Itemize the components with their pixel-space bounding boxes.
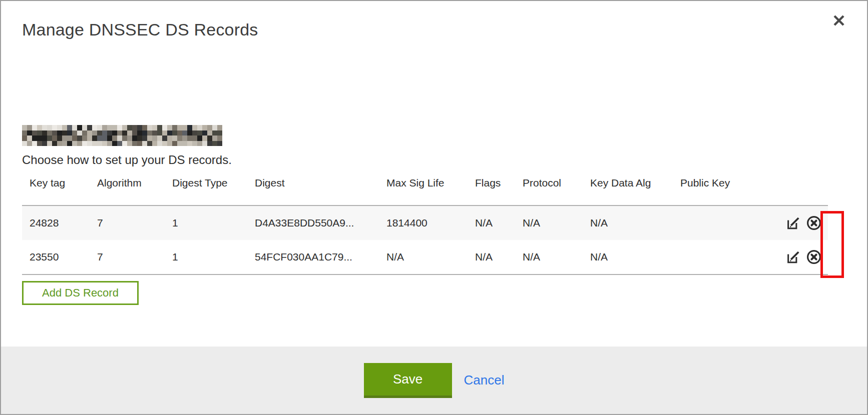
cell-digest-type: 1 xyxy=(165,206,247,240)
redacted-domain-name xyxy=(22,125,222,146)
manage-dnssec-dialog: Manage DNSSEC DS Records Choose how to s… xyxy=(1,1,867,414)
ds-records-table: Key tag Algorithm Digest Type Digest Max… xyxy=(22,170,828,275)
edit-record-button[interactable] xyxy=(785,250,800,264)
cell-max-sig-life: N/A xyxy=(379,240,468,274)
col-header-key-data-alg: Key Data Alg xyxy=(583,170,673,206)
table-row: 23550 7 1 54FCF030AA1C79... N/A N/A N/A … xyxy=(22,240,828,274)
table-row: 24828 7 1 D4A33E8DD550A9... 1814400 N/A … xyxy=(22,206,828,240)
cell-public-key xyxy=(673,206,780,240)
delete-x-circle-icon xyxy=(806,215,822,231)
cell-algorithm: 7 xyxy=(90,206,165,240)
cell-key-data-alg: N/A xyxy=(583,240,673,274)
cell-actions xyxy=(780,206,828,240)
cell-flags: N/A xyxy=(468,206,515,240)
table-header-row: Key tag Algorithm Digest Type Digest Max… xyxy=(22,170,828,206)
col-header-max-sig-life: Max Sig Life xyxy=(379,170,468,206)
col-header-digest: Digest xyxy=(247,170,379,206)
col-header-public-key: Public Key xyxy=(673,170,780,206)
save-button[interactable]: Save xyxy=(364,363,452,398)
instruction-text: Choose how to set up your DS records. xyxy=(22,153,846,167)
cell-protocol: N/A xyxy=(515,240,583,274)
col-header-flags: Flags xyxy=(468,170,515,206)
col-header-algorithm: Algorithm xyxy=(90,170,165,206)
edit-pencil-icon xyxy=(785,250,800,264)
cell-digest: 54FCF030AA1C79... xyxy=(247,240,379,274)
col-header-protocol: Protocol xyxy=(515,170,583,206)
cell-key-tag: 23550 xyxy=(22,240,90,274)
page-title: Manage DNSSEC DS Records xyxy=(22,19,846,40)
dialog-body: Manage DNSSEC DS Records Choose how to s… xyxy=(1,1,867,346)
cell-max-sig-life: 1814400 xyxy=(379,206,468,240)
close-button[interactable] xyxy=(830,12,848,30)
col-header-actions xyxy=(780,170,828,206)
col-header-digest-type: Digest Type xyxy=(165,170,247,206)
cell-actions xyxy=(780,240,828,274)
cell-key-data-alg: N/A xyxy=(583,206,673,240)
add-ds-record-button[interactable]: Add DS Record xyxy=(22,281,139,305)
cell-key-tag: 24828 xyxy=(22,206,90,240)
cell-public-key xyxy=(673,240,780,274)
edit-record-button[interactable] xyxy=(785,216,800,230)
col-header-key-tag: Key tag xyxy=(22,170,90,206)
close-icon xyxy=(832,14,846,28)
delete-record-button[interactable] xyxy=(806,215,822,231)
dialog-footer: Save Cancel xyxy=(1,346,867,414)
delete-x-circle-icon xyxy=(806,249,822,265)
cell-digest: D4A33E8DD550A9... xyxy=(247,206,379,240)
edit-pencil-icon xyxy=(785,216,800,230)
cancel-link[interactable]: Cancel xyxy=(464,372,505,388)
cell-protocol: N/A xyxy=(515,206,583,240)
delete-record-button[interactable] xyxy=(806,249,822,265)
cell-algorithm: 7 xyxy=(90,240,165,274)
cell-flags: N/A xyxy=(468,240,515,274)
cell-digest-type: 1 xyxy=(165,240,247,274)
ds-records-table-wrap: Key tag Algorithm Digest Type Digest Max… xyxy=(22,170,846,275)
